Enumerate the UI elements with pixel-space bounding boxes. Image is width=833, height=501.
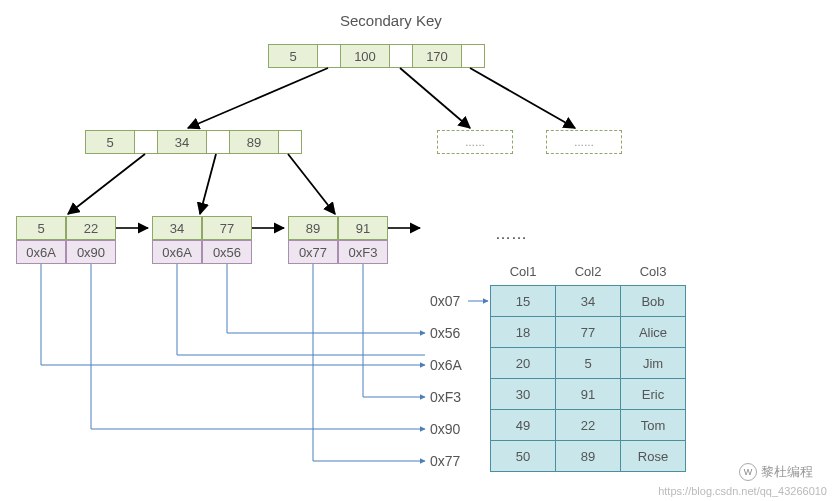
- address-label: 0x90: [430, 421, 460, 437]
- leaf-node: 8991 0x770xF3: [288, 216, 388, 264]
- table-row: 3091Eric: [491, 379, 686, 410]
- table-row: 205Jim: [491, 348, 686, 379]
- root-node: 5 100 170: [268, 44, 485, 68]
- root-key: 5: [269, 45, 318, 67]
- watermark-brand: W黎杜编程: [739, 463, 813, 481]
- address-label: 0xF3: [430, 389, 461, 405]
- root-ptr: [462, 45, 484, 67]
- title: Secondary Key: [340, 12, 442, 29]
- ellipsis: ……: [495, 225, 527, 243]
- root-ptr: [390, 45, 413, 67]
- placeholder-node: ……: [437, 130, 513, 154]
- address-label: 0x77: [430, 453, 460, 469]
- mid-ptr: [135, 131, 158, 153]
- leaf-val: 0x6A: [152, 240, 202, 264]
- svg-line-5: [288, 154, 335, 214]
- mid-ptr: [207, 131, 230, 153]
- leaf-val: 0x90: [66, 240, 116, 264]
- leaf-key: 22: [66, 216, 116, 240]
- table-header: Col2: [556, 258, 621, 286]
- mid-key: 89: [230, 131, 279, 153]
- table-header: Col1: [491, 258, 556, 286]
- leaf-node: 522 0x6A0x90: [16, 216, 116, 264]
- root-ptr: [318, 45, 341, 67]
- leaf-node: 3477 0x6A0x56: [152, 216, 252, 264]
- leaf-val: 0x77: [288, 240, 338, 264]
- leaf-val: 0x56: [202, 240, 252, 264]
- leaf-val: 0x6A: [16, 240, 66, 264]
- placeholder-node: ……: [546, 130, 622, 154]
- table-row: 1534Bob: [491, 286, 686, 317]
- address-label: 0x07: [430, 293, 460, 309]
- address-label: 0x56: [430, 325, 460, 341]
- root-key: 100: [341, 45, 390, 67]
- table-row: 4922Tom: [491, 410, 686, 441]
- leaf-key: 89: [288, 216, 338, 240]
- mid-key: 34: [158, 131, 207, 153]
- mid-key: 5: [86, 131, 135, 153]
- address-label: 0x6A: [430, 357, 462, 373]
- table-row: 5089Rose: [491, 441, 686, 472]
- leaf-key: 91: [338, 216, 388, 240]
- svg-line-0: [188, 68, 328, 128]
- leaf-key: 5: [16, 216, 66, 240]
- leaf-key: 34: [152, 216, 202, 240]
- table-header: Col3: [621, 258, 686, 286]
- svg-line-4: [200, 154, 216, 214]
- root-key: 170: [413, 45, 462, 67]
- svg-line-1: [400, 68, 470, 128]
- data-table: Col1Col2Col3 1534Bob 1877Alice 205Jim 30…: [490, 258, 686, 472]
- mid-ptr: [279, 131, 301, 153]
- leaf-val: 0xF3: [338, 240, 388, 264]
- watermark-url: https://blog.csdn.net/qq_43266010: [658, 485, 827, 497]
- svg-line-2: [470, 68, 575, 128]
- table-row: 1877Alice: [491, 317, 686, 348]
- leaf-key: 77: [202, 216, 252, 240]
- svg-line-3: [68, 154, 145, 214]
- internal-node: 5 34 89: [85, 130, 302, 154]
